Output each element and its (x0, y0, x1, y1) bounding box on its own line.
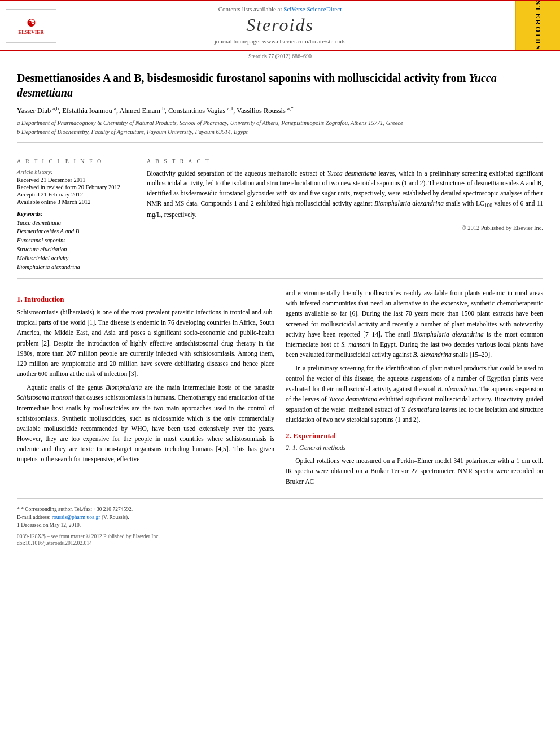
info-abstract-row: A R T I C L E I N F O Article history: R… (17, 151, 543, 272)
section2-1-heading: 2. 1. General methods (286, 444, 543, 452)
section1-heading: 1. Introduction (17, 295, 274, 304)
page: ☯ ELSEVIER Contents lists available at S… (0, 0, 560, 747)
col-right: and environmentally-friendly molluscicid… (286, 288, 543, 487)
right-para2: In a preliminary screening for the ident… (286, 363, 543, 425)
article-info: A R T I C L E I N F O Article history: R… (17, 158, 135, 272)
history-label: Article history: (17, 169, 127, 175)
sciverse-link[interactable]: SciVerse ScienceDirect (283, 6, 342, 12)
received-date: Received 21 December 2011 (17, 177, 127, 183)
keyword-5: Molluscicidal activity (17, 254, 127, 263)
footer-doi: doi:10.1016/j.steroids.2012.02.014 (17, 540, 543, 546)
accepted-date: Accepted 21 February 2012 (17, 191, 127, 198)
article-title-italic: Yucca desmettiana (17, 72, 497, 99)
affiliations: a Department of Pharmacognosy & Chemistr… (17, 119, 543, 137)
body-para1: Schistosomiasis (bilharziasis) is one of… (17, 307, 274, 379)
footer-copyright: 0039-128X/$ – see front matter © 2012 Pu… (17, 534, 543, 539)
section2-heading: 2. Experimental (286, 431, 543, 440)
article-info-label: A R T I C L E I N F O (17, 158, 127, 164)
journal-homepage: journal homepage: www.elsevier.com/locat… (0, 38, 560, 45)
email-note: (V. Roussis). (102, 514, 129, 520)
keyword-2: Desmettianosides A and B (17, 227, 127, 236)
footnote-email: E-mail address: roussis@pharm.uoa.gr (V.… (17, 513, 543, 521)
affiliation-a: a Department of Pharmacognosy & Chemistr… (17, 119, 543, 128)
copyright: © 2012 Published by Elsevier Inc. (147, 225, 543, 231)
footnote-1: 1 Deceased on May 12, 2010. (17, 521, 543, 529)
abstract-section: A B S T R A C T Bioactivity-guided separ… (147, 158, 543, 272)
journal-header: ☯ ELSEVIER Contents lists available at S… (0, 1, 560, 51)
journal-name: Steroids (0, 15, 560, 36)
article-title-section: Desmettianosides A and B, bisdesmosidic … (17, 60, 543, 143)
sciverse-text: Contents lists available at (218, 6, 282, 12)
right-para3: Optical rotations were measured on a Per… (286, 456, 543, 486)
keywords-label: Keywords: (17, 211, 127, 217)
keyword-4: Structure elucidation (17, 245, 127, 254)
keyword-3: Furostanol saponins (17, 236, 127, 245)
article-body: 1. Introduction Schistosomiasis (bilharz… (17, 288, 543, 487)
authors: Yasser Diab a,b, Efstathia Ioannou a, Ah… (17, 106, 543, 115)
keyword-1: Yucca desmettiana (17, 219, 127, 228)
footer-bottom: 0039-128X/$ – see front matter © 2012 Pu… (17, 534, 543, 546)
footnote-star: * * Corresponding author. Tel./fax: +30 … (17, 505, 543, 513)
abstract-text: Bioactivity-guided separation of the aqu… (147, 169, 543, 220)
elsevier-logo: ☯ ELSEVIER (6, 9, 56, 43)
steroids-side-logo: STEROIDS (515, 1, 560, 50)
page-footer: * * Corresponding author. Tel./fax: +30 … (17, 498, 543, 547)
col-left: 1. Introduction Schistosomiasis (bilharz… (17, 288, 274, 487)
body-para2: Aquatic snails of the genus Biomphalaria… (17, 382, 274, 464)
header-logos: ☯ ELSEVIER (0, 1, 56, 50)
keyword-6: Biomphalaria alexandrina (17, 263, 127, 272)
elsevier-icon: ☯ (27, 17, 36, 29)
content-area: Desmettianosides A and B, bisdesmosidic … (0, 60, 560, 546)
affiliation-b: b Department of Biochemistry, Faculty of… (17, 128, 543, 137)
journal-top-bar: Contents lists available at SciVerse Sci… (0, 6, 560, 12)
received-revised-date: Received in revised form 20 February 201… (17, 184, 127, 190)
abstract-label: A B S T R A C T (147, 158, 543, 164)
article-title: Desmettianosides A and B, bisdesmosidic … (17, 71, 543, 100)
available-online-date: Available online 3 March 2012 (17, 199, 127, 205)
email-link[interactable]: roussis@pharm.uoa.gr (52, 514, 100, 520)
email-label: E-mail address: (17, 514, 50, 520)
volume-info: Steroids 77 (2012) 686–690 (0, 51, 560, 60)
footnotes: * * Corresponding author. Tel./fax: +30 … (17, 505, 543, 530)
elsevier-label: ELSEVIER (18, 29, 44, 35)
right-para1: and environmentally-friendly molluscicid… (286, 288, 543, 360)
